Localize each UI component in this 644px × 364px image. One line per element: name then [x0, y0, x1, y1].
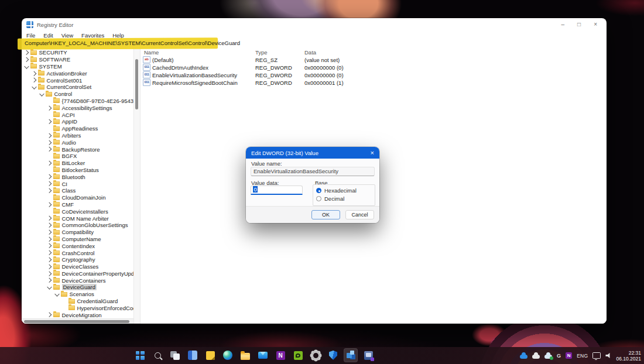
tree-item[interactable]: DeviceContainerPropertyUpd — [22, 270, 133, 277]
value-name[interactable]: (Default) — [152, 57, 173, 63]
tree-item[interactable]: DeviceClasses — [22, 263, 133, 270]
value-row[interactable]: RequireMicrosoftSignedBootChain REG_DWOR… — [141, 79, 607, 87]
radio-checked-icon[interactable] — [316, 188, 321, 193]
registry-editor-taskbar-button[interactable] — [344, 348, 358, 362]
tree-item-label[interactable]: DeviceContainerPropertyUpd — [62, 270, 134, 277]
column-header-name[interactable]: Name — [141, 49, 255, 56]
widgets-button[interactable] — [186, 348, 200, 362]
tree-item-label[interactable]: Compatibility — [62, 229, 94, 235]
tree-item-label[interactable]: CoDeviceInstallers — [62, 208, 108, 215]
chevron-icon[interactable] — [47, 243, 52, 248]
tree-item[interactable]: DeviceMigration — [22, 311, 133, 318]
tree-item[interactable]: CoDeviceInstallers — [22, 208, 133, 215]
column-header-type[interactable]: Type — [255, 49, 304, 56]
chevron-icon[interactable] — [24, 50, 29, 55]
chevron-icon[interactable] — [32, 78, 36, 83]
value-name-field[interactable]: EnableVirtualizationBasedSecurity — [251, 167, 375, 176]
cloud-sync-icon[interactable] — [544, 355, 552, 359]
horizontal-scrollbar-thumb[interactable] — [24, 320, 129, 323]
decimal-option[interactable]: Decimal — [316, 195, 344, 202]
cancel-button[interactable]: Cancel — [345, 210, 374, 219]
tree-item[interactable]: CMF — [22, 201, 133, 208]
chevron-icon[interactable] — [47, 284, 52, 289]
tree-item-label[interactable]: DeviceGuard — [62, 284, 97, 290]
tree-item-label[interactable]: HypervisorEnforcedCod — [77, 305, 134, 311]
task-view-button[interactable] — [168, 348, 182, 362]
nvidia-button[interactable] — [291, 348, 305, 362]
tree-item-label[interactable]: CurrentControlSet — [47, 84, 92, 90]
chevron-icon[interactable] — [47, 174, 52, 179]
chevron-icon[interactable] — [47, 230, 52, 235]
onedrive-cloud-icon[interactable] — [520, 355, 527, 359]
search-button[interactable] — [150, 348, 165, 362]
tree-item-label[interactable]: DeviceClasses — [62, 263, 99, 270]
tree-item[interactable]: ActivationBroker — [22, 70, 133, 77]
tree-item-label[interactable]: Control — [54, 91, 73, 97]
tree-item-label[interactable]: SECURITY — [39, 49, 67, 56]
edge-button[interactable] — [221, 348, 235, 362]
vertical-scrollbar-thumb[interactable] — [135, 59, 138, 109]
title-bar[interactable]: Registry Editor – □ × — [22, 18, 607, 31]
windows-security-button[interactable] — [326, 348, 340, 362]
tree-item[interactable]: CommonGlobUserSettings — [22, 222, 133, 229]
tree-item[interactable]: CloudDomainJoin — [22, 194, 133, 201]
chevron-icon[interactable] — [47, 313, 52, 317]
tree-vertical-scrollbar[interactable] — [133, 47, 141, 324]
tree-item-label[interactable]: BitLocker — [62, 160, 85, 166]
tree-item-label[interactable]: DeviceContainers — [62, 277, 106, 284]
tree-item-label[interactable]: Arbiters — [62, 132, 81, 139]
tree-item-label[interactable]: ACPI — [62, 112, 75, 118]
tree-item-label[interactable]: CommonGlobUserSettings — [62, 222, 128, 228]
tree-item[interactable]: ControlSet001 — [22, 77, 133, 84]
start-button[interactable] — [133, 348, 147, 362]
tree-item[interactable]: BGFX — [22, 153, 133, 160]
remote-app-button[interactable] — [361, 348, 375, 362]
tree-item-label[interactable]: CI — [62, 181, 68, 187]
tree-item-label[interactable]: CrashControl — [62, 250, 95, 256]
tree-item[interactable]: BitlockerStatus — [22, 167, 133, 174]
onenote-tray-icon[interactable]: N — [566, 352, 572, 359]
tree-item[interactable]: Arbiters — [22, 132, 133, 139]
tree-item[interactable]: ComputerName — [22, 236, 133, 243]
tree-item[interactable]: AccessibilitySettings — [22, 104, 133, 111]
chevron-icon[interactable] — [47, 119, 52, 124]
tree-item[interactable]: ContentIndex — [22, 242, 133, 249]
chevron-icon[interactable] — [47, 250, 52, 255]
menu-help[interactable]: Help — [108, 32, 128, 39]
chevron-icon[interactable] — [47, 223, 52, 228]
tree-item[interactable]: Cryptography — [22, 256, 133, 263]
tree-item-label[interactable]: CMF — [62, 201, 74, 208]
tree-item-label[interactable]: CredentialGuard — [77, 298, 118, 304]
value-row[interactable]: EnableVirtualizationBasedSecurity REG_DW… — [141, 71, 607, 79]
ok-button[interactable]: OK — [311, 210, 340, 219]
hexadecimal-option[interactable]: Hexadecimal — [316, 187, 357, 194]
chevron-icon[interactable] — [47, 147, 52, 152]
tree-item-label[interactable]: BitlockerStatus — [62, 167, 99, 173]
tree-item-label[interactable]: AppID — [62, 118, 77, 125]
tree-item-label[interactable]: BGFX — [62, 153, 77, 159]
column-header-data[interactable]: Data — [304, 49, 607, 56]
value-row[interactable]: (Default) REG_SZ (value not set) — [141, 56, 607, 64]
chevron-icon[interactable] — [47, 140, 52, 145]
maximize-button[interactable]: □ — [577, 22, 581, 28]
tree-item-label[interactable]: Bluetooth — [62, 174, 85, 180]
tree-item[interactable]: Control — [22, 91, 133, 98]
chevron-icon[interactable] — [47, 161, 52, 166]
taskbar-clock[interactable]: 22:31 06.10.2021 — [616, 350, 641, 362]
tree-item-label[interactable]: {7746D80F-97E0-4E26-9543- — [62, 98, 134, 104]
chevron-icon[interactable] — [47, 272, 52, 276]
file-explorer-button[interactable] — [238, 348, 252, 362]
onenote-button[interactable] — [273, 348, 287, 362]
sticky-notes-button[interactable] — [203, 348, 217, 362]
tree-item[interactable]: {7746D80F-97E0-4E26-9543- — [22, 98, 133, 105]
tree-item[interactable]: CrashControl — [22, 249, 133, 256]
tree-item-label[interactable]: BackupRestore — [62, 146, 100, 153]
dialog-title-bar[interactable]: Edit DWORD (32-bit) Value × — [246, 147, 379, 159]
tree-item-label[interactable]: Scenarios — [70, 291, 94, 297]
tree-item[interactable]: CredentialGuard — [22, 298, 133, 305]
tree-item-label[interactable]: ActivationBroker — [47, 70, 87, 77]
tree-item-label[interactable]: Cryptography — [62, 256, 95, 263]
chevron-icon[interactable] — [47, 181, 52, 186]
tree-item[interactable]: AppID — [22, 118, 133, 125]
tree-item[interactable]: HypervisorEnforcedCod — [22, 304, 133, 311]
